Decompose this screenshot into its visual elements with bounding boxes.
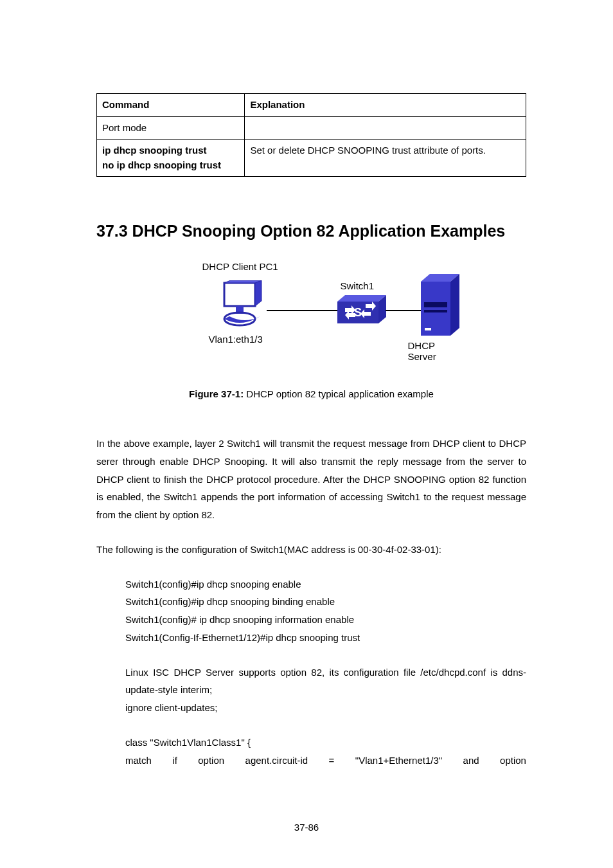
server-icon	[421, 274, 459, 340]
diagram-vlan-label: Vlan1:eth1/3	[209, 334, 263, 345]
config-line: Switch1(config)#ip dhcp snooping enable	[125, 575, 526, 593]
section-heading: 37.3 DHCP Snooping Option 82 Application…	[96, 222, 526, 240]
table-cell-explanation: Set or delete DHCP SNOOPING trust attrib…	[245, 140, 526, 177]
config-line: Switch1(Config-If-Ethernet1/12)#ip dhcp …	[125, 629, 526, 647]
table-cell-portmode: Port mode	[97, 116, 245, 140]
network-diagram: DHCP Client PC1 Switch1 Vlan1:eth1/3 DHC…	[164, 266, 459, 369]
match-token: match	[125, 752, 152, 770]
table-cell-portmode-exp	[245, 116, 526, 140]
linux-block: Linux ISC DHCP Server supports option 82…	[125, 664, 526, 717]
table-header-explanation: Explanation	[245, 94, 526, 117]
table-header-command: Command	[97, 94, 245, 117]
figure-label: Figure 37-1:	[189, 388, 244, 399]
figure-text: DHCP option 82 typical application examp…	[244, 388, 434, 399]
config-line: Switch1(config)#ip dhcp snooping binding…	[125, 593, 526, 611]
match-line: match if option agent.circuit-id = "Vlan…	[125, 752, 526, 770]
match-token: option	[500, 752, 526, 770]
config-line: Switch1(config)# ip dhcp snooping inform…	[125, 611, 526, 629]
cmd-trust: ip dhcp snooping trust	[102, 143, 239, 158]
match-token: and	[463, 752, 479, 770]
paragraph-2: The following is the configuration of Sw…	[96, 541, 526, 559]
svg-marker-5	[337, 295, 386, 302]
match-token: "Vlan1+Ethernet1/3"	[355, 752, 442, 770]
pc-icon	[222, 280, 267, 334]
class-block: class "Switch1Vlan1Class1" { match if op…	[125, 734, 526, 770]
match-token: =	[329, 752, 335, 770]
paragraph-1: In the above example, layer 2 Switch1 wi…	[96, 435, 526, 524]
diagram-server-label: DHCP Server	[408, 340, 459, 362]
config-block: Switch1(config)#ip dhcp snooping enable …	[125, 575, 526, 647]
match-token: agent.circuit-id	[245, 752, 308, 770]
svg-rect-12	[424, 302, 447, 307]
command-table: Command Explanation Port mode ip dhcp sn…	[96, 93, 526, 177]
figure-caption: Figure 37-1: DHCP option 82 typical appl…	[96, 388, 526, 399]
svg-rect-14	[425, 328, 431, 330]
diagram-wire	[386, 310, 421, 311]
diagram-wire	[267, 310, 337, 311]
svg-rect-13	[424, 310, 447, 312]
class-line: class "Switch1Vlan1Class1" {	[125, 734, 526, 752]
svg-marker-10	[450, 274, 459, 336]
cmd-no-trust: no ip dhcp snooping trust	[102, 158, 239, 173]
match-token: option	[198, 752, 224, 770]
table-cell-commands: ip dhcp snooping trust no ip dhcp snoopi…	[97, 140, 245, 177]
diagram-pc-label: DHCP Client PC1	[202, 261, 278, 272]
diagram-switch-label: Switch1	[341, 280, 375, 291]
svg-marker-1	[255, 280, 262, 306]
svg-rect-11	[421, 282, 450, 336]
match-token: if	[172, 752, 177, 770]
switch-icon: S	[337, 295, 386, 327]
linux-line: ignore client-updates;	[125, 699, 526, 717]
svg-marker-2	[224, 280, 262, 283]
linux-line: Linux ISC DHCP Server supports option 82…	[125, 664, 526, 700]
svg-rect-0	[224, 283, 255, 306]
page-number: 37-86	[0, 822, 613, 833]
